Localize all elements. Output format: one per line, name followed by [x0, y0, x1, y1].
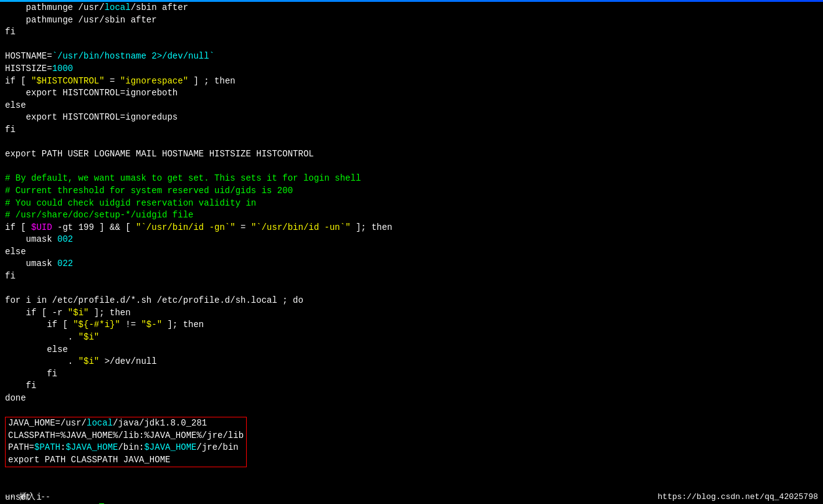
code-line-3: fi [5, 26, 818, 39]
code-line-12 [5, 136, 818, 149]
code-line-19: if [ $UID -gt 199 ] && [ "`/usr/bin/id -… [5, 222, 818, 234]
status-bar: -- 插入 -- https://blog.csdn.net/qq_420257… [0, 490, 823, 504]
editor-mode: -- 插入 -- [5, 492, 50, 503]
code-line-7: if [ "$HISTCONTROL" = "ignorespace" ] ; … [5, 75, 818, 88]
code-line-31: fi [5, 368, 818, 381]
code-line-9: else [5, 100, 818, 112]
code-line-21: else [5, 246, 818, 259]
code-line-24 [5, 283, 818, 295]
code-line-33: done [5, 392, 818, 405]
code-line-39 [5, 467, 818, 480]
code-line-35: JAVA_HOME=/usr/local/java/jdk1.8.0_281 [8, 417, 244, 430]
code-line-23: fi [5, 270, 818, 283]
code-line-18: # /usr/share/doc/setup-*/uidgid file [5, 209, 818, 222]
code-line-38: export PATH CLASSPATH JAVA_HOME [8, 454, 244, 467]
code-line-27: if [ "${-#*i}" != "$-" ]; then [5, 319, 818, 331]
highlighted-java-block: JAVA_HOME=/usr/local/java/jdk1.8.0_281 C… [5, 417, 247, 467]
code-line-15: # By default, we want umask to get set. … [5, 173, 818, 185]
code-line-22: umask 022 [5, 258, 818, 270]
code-line-2: pathmunge /usr/sbin after [5, 14, 818, 27]
code-line-4 [5, 39, 818, 51]
code-line-29: else [5, 344, 818, 356]
code-line-5: HOSTNAME=`/usr/bin/hostname 2>/dev/null` [5, 50, 818, 63]
code-line-6: HISTSIZE=1000 [5, 63, 818, 75]
code-line-36: CLASSPATH=%JAVA_HOME%/lib:%JAVA_HOME%/jr… [8, 430, 244, 442]
code-line-14 [5, 161, 818, 173]
code-line-16: # Current threshold for system reserved … [5, 185, 818, 197]
code-line-13: export PATH USER LOGNAME MAIL HOSTNAME H… [5, 148, 818, 161]
code-line-25: for i in /etc/profile.d/*.sh /etc/profil… [5, 295, 818, 307]
source-url: https://blog.csdn.net/qq_42025798 [658, 492, 818, 503]
code-line-17: # You could check uidgid reservation val… [5, 197, 818, 210]
code-line-30: . "$i" >/dev/null [5, 356, 818, 368]
code-line-11: fi [5, 124, 818, 136]
code-line-32: fi [5, 380, 818, 392]
code-line-20: umask 002 [5, 234, 818, 246]
code-line-34 [5, 405, 818, 417]
code-line-1: pathmunge /usr/local/sbin after [5, 2, 818, 14]
code-line-10: export HISTCONTROL=ignoredups [5, 112, 818, 124]
code-editor: pathmunge /usr/local/sbin after pathmung… [0, 2, 823, 504]
code-line-40 [5, 479, 818, 492]
code-line-8: export HISTCONTROL=ignoreboth [5, 87, 818, 100]
code-line-37: PATH=$PATH:$JAVA_HOME/bin:$JAVA_HOME/jre… [8, 442, 244, 454]
code-line-28: . "$i" [5, 331, 818, 344]
code-line-26: if [ -r "$i" ]; then [5, 307, 818, 320]
